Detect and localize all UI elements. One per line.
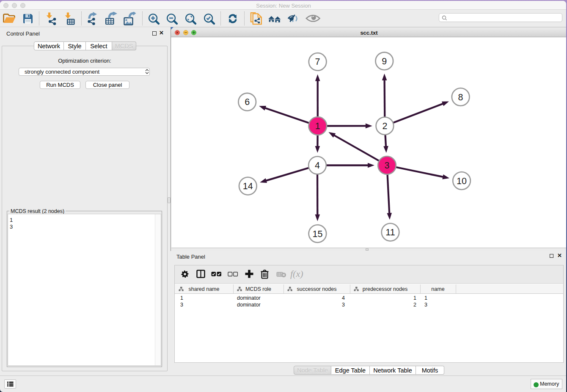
svg-text:3: 3 [385, 160, 390, 171]
svg-text:14: 14 [243, 181, 253, 191]
svg-text:4: 4 [315, 160, 320, 171]
svg-text:9: 9 [382, 56, 387, 66]
svg-text:1: 1 [315, 121, 320, 131]
svg-text:7: 7 [315, 57, 320, 67]
svg-text:10: 10 [457, 176, 467, 186]
svg-text:15: 15 [312, 229, 322, 239]
svg-text:8: 8 [458, 92, 463, 102]
svg-text:2: 2 [382, 121, 387, 131]
svg-text:11: 11 [385, 227, 395, 237]
svg-text:6: 6 [245, 97, 250, 107]
